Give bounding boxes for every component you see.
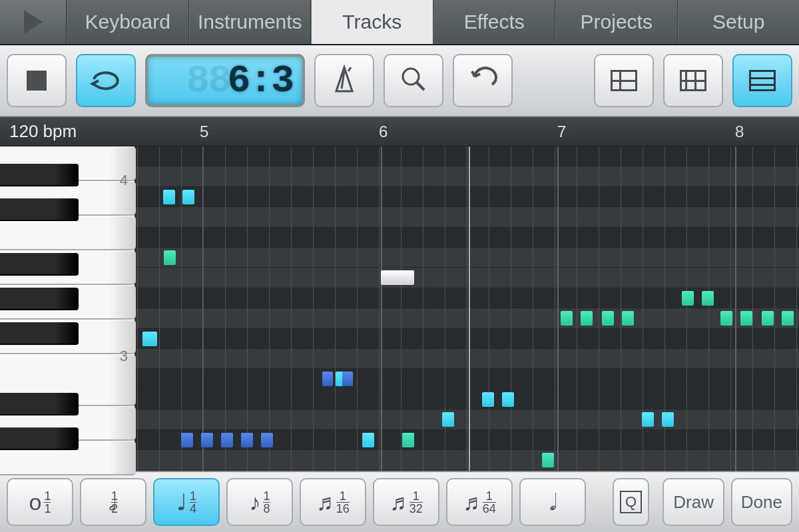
- note-grid[interactable]: [136, 146, 799, 471]
- grid-icon: [680, 70, 706, 91]
- note-length-button[interactable]: ♪18: [226, 478, 293, 526]
- note[interactable]: [181, 433, 193, 447]
- note-length-button[interactable]: ♩14: [153, 478, 220, 526]
- note[interactable]: [322, 372, 333, 386]
- fraction-label: 116: [336, 490, 350, 515]
- tab-tracks[interactable]: Tracks: [311, 0, 433, 44]
- grid-row: [136, 349, 799, 369]
- grid-row: [136, 369, 799, 389]
- piano-keys[interactable]: 43: [0, 146, 136, 471]
- view-grid1-button[interactable]: [594, 54, 654, 107]
- note-length-button[interactable]: ♬116: [300, 478, 366, 526]
- grid-line: [401, 146, 401, 471]
- note[interactable]: [163, 190, 175, 204]
- grid-row: [136, 288, 799, 308]
- note[interactable]: [362, 433, 374, 447]
- tab-projects[interactable]: Projects: [555, 0, 678, 44]
- black-key[interactable]: [0, 164, 79, 186]
- note-length-button[interactable]: 𝅗𝅥12: [80, 478, 146, 526]
- grid-line: [730, 146, 731, 471]
- note[interactable]: [561, 311, 573, 326]
- grid-line: [357, 146, 358, 471]
- note[interactable]: [164, 250, 176, 265]
- grid-line: [599, 146, 599, 471]
- black-key[interactable]: [0, 253, 79, 276]
- note[interactable]: [662, 412, 674, 427]
- toolbar: 88 6:3: [0, 45, 799, 117]
- note[interactable]: [502, 392, 514, 407]
- grid-icon: [611, 70, 637, 91]
- note[interactable]: [740, 311, 752, 326]
- note[interactable]: [762, 311, 774, 326]
- grid-icon: [749, 70, 776, 91]
- note[interactable]: [682, 291, 694, 306]
- note[interactable]: [182, 190, 194, 204]
- note[interactable]: [782, 311, 794, 326]
- black-key[interactable]: [0, 427, 79, 450]
- grid-row: [136, 329, 799, 349]
- position-display[interactable]: 88 6:3: [145, 54, 305, 107]
- view-grid2-button[interactable]: [663, 54, 723, 107]
- ruler[interactable]: 5 6 7 8: [136, 117, 799, 146]
- note[interactable]: [622, 311, 634, 326]
- ruler-mark: 7: [557, 123, 566, 141]
- note-icon: ♬: [316, 491, 334, 513]
- bpm-label[interactable]: 120 bpm: [0, 121, 136, 142]
- note[interactable]: [642, 412, 654, 427]
- fraction-label: 132: [409, 490, 423, 515]
- grid-line: [269, 146, 270, 471]
- black-key[interactable]: [0, 198, 79, 221]
- tab-instruments[interactable]: Instruments: [189, 0, 312, 44]
- grid-row: [136, 308, 799, 328]
- playhead[interactable]: [469, 146, 470, 471]
- stop-icon: [27, 71, 47, 91]
- note-length-button[interactable]: o11: [7, 478, 73, 526]
- note-icon: 𝅗𝅥.: [549, 491, 555, 513]
- tab-setup[interactable]: Setup: [678, 0, 800, 44]
- note[interactable]: [381, 270, 414, 285]
- note[interactable]: [720, 311, 732, 326]
- done-button[interactable]: Done: [731, 478, 792, 526]
- grid-line: [489, 146, 489, 471]
- fraction-label: 11: [44, 490, 51, 515]
- note-length-button[interactable]: ♬132: [373, 478, 439, 526]
- view-grid3-button[interactable]: [732, 54, 792, 107]
- draw-button[interactable]: Draw: [663, 478, 724, 526]
- undo-button[interactable]: [453, 54, 513, 107]
- note-length-button[interactable]: 𝅗𝅥.: [519, 478, 586, 526]
- black-key[interactable]: [0, 322, 79, 345]
- note[interactable]: [402, 433, 414, 447]
- grid-line: [577, 146, 577, 471]
- note[interactable]: [702, 291, 714, 306]
- play-button[interactable]: [0, 0, 67, 44]
- metronome-button[interactable]: [314, 54, 374, 107]
- bar-line: [557, 146, 559, 471]
- note-length-button[interactable]: ♬164: [446, 478, 513, 526]
- zoom-button[interactable]: [384, 54, 443, 107]
- grid-line: [533, 146, 533, 471]
- black-key[interactable]: [0, 288, 79, 310]
- note[interactable]: [142, 332, 157, 346]
- play-icon: [24, 10, 43, 34]
- note[interactable]: [602, 311, 614, 326]
- bar-line: [381, 146, 382, 471]
- loop-button[interactable]: [76, 54, 136, 107]
- note[interactable]: [221, 433, 233, 447]
- note[interactable]: [581, 311, 593, 326]
- grid-row: [136, 430, 799, 450]
- note[interactable]: [201, 433, 213, 447]
- note[interactable]: [261, 433, 273, 447]
- note[interactable]: [442, 412, 454, 427]
- quantize-button[interactable]: Q: [613, 478, 650, 526]
- note[interactable]: [482, 392, 494, 407]
- svg-line-1: [417, 83, 424, 90]
- tab-keyboard[interactable]: Keyboard: [67, 0, 189, 44]
- note[interactable]: [542, 453, 554, 467]
- note-icon: ♪: [249, 491, 260, 513]
- stop-button[interactable]: [7, 54, 67, 107]
- note[interactable]: [241, 433, 253, 447]
- black-key[interactable]: [0, 393, 79, 415]
- grid-row: [136, 187, 799, 207]
- tab-effects[interactable]: Effects: [433, 0, 556, 44]
- note[interactable]: [342, 372, 353, 386]
